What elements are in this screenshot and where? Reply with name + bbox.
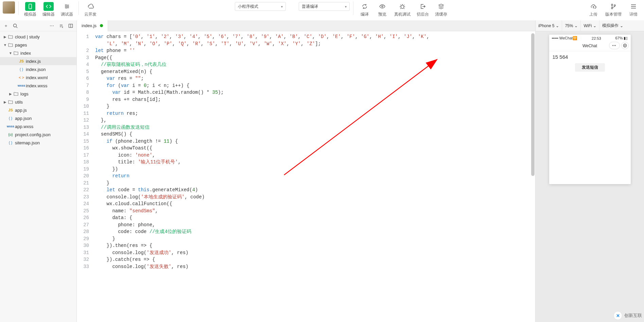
wifi-icon: 🛜 bbox=[573, 36, 577, 40]
file-row[interactable]: JSapp.js bbox=[0, 106, 76, 114]
svg-point-4 bbox=[66, 7, 67, 8]
code-source[interactable]: var chars = ['0', '1', '2', '3', '4', '5… bbox=[92, 31, 429, 322]
send-sms-button[interactable]: 发送短信 bbox=[575, 63, 605, 72]
svg-point-5 bbox=[382, 6, 383, 7]
tree-label: app.json bbox=[15, 116, 32, 121]
real-debug-button[interactable]: 真机调试 bbox=[392, 1, 413, 18]
sim-ops-select[interactable]: 模拟操作⌄ bbox=[599, 20, 626, 31]
tree-label: app.js bbox=[15, 108, 27, 113]
simulator-toolbar: iPhone 5⌄ 75%⌄ WiFi⌄ 模拟操作⌄ bbox=[536, 20, 644, 31]
collapse-icon[interactable] bbox=[57, 22, 65, 30]
tab-index-js[interactable]: index.js bbox=[77, 20, 108, 31]
phone-nav-header: WeChat ⋯ bbox=[549, 40, 631, 51]
tree-label: app.wxss bbox=[15, 124, 33, 129]
more-icon[interactable]: ⋯ bbox=[48, 22, 55, 30]
folder-icon bbox=[13, 92, 19, 96]
layers-icon bbox=[436, 2, 446, 11]
main-area: ＋ ⋯ ▶cloud | study▼pages▼indexJSindex.js… bbox=[0, 20, 644, 322]
code-editor: index.js 1234567891011121314151617181920… bbox=[77, 20, 535, 322]
file-row[interactable]: {o}project.config.json bbox=[0, 130, 76, 139]
compile-button[interactable]: 编译 bbox=[357, 1, 372, 18]
tree-label: logs bbox=[20, 91, 29, 96]
branch-icon bbox=[608, 2, 619, 11]
svg-point-1 bbox=[30, 8, 31, 8]
file-row[interactable]: wxssindex.wxss bbox=[0, 82, 76, 90]
file-row[interactable]: wxssapp.wxss bbox=[0, 122, 76, 130]
compile-select[interactable]: 普通编译▾ bbox=[299, 2, 350, 11]
phone-page-body: 15 564 发送短信 bbox=[549, 51, 631, 74]
scrollbar-thumb[interactable] bbox=[531, 33, 535, 176]
cloud-icon bbox=[85, 2, 95, 11]
twist-icon: ▶ bbox=[8, 92, 13, 96]
folder-row[interactable]: ▶logs bbox=[0, 90, 76, 98]
debugger-toggle-button[interactable]: 调试器 bbox=[59, 1, 75, 18]
tree-label: utils bbox=[15, 100, 23, 105]
search-icon[interactable] bbox=[12, 22, 19, 30]
cloud-dev-button[interactable]: 云开发 bbox=[82, 1, 99, 18]
file-row[interactable]: { }app.json bbox=[0, 114, 76, 122]
zoom-select[interactable]: 75%⌄ bbox=[562, 20, 581, 31]
twist-icon: ▼ bbox=[3, 43, 7, 47]
top-toolbar: 模拟器 编辑器 调试器 云开发 小程序模式▾ bbox=[0, 0, 644, 20]
folder-row[interactable]: ▶utils bbox=[0, 98, 76, 106]
phone-icon bbox=[25, 2, 35, 11]
menu-icon bbox=[628, 2, 639, 11]
svg-point-2 bbox=[65, 4, 66, 5]
watermark: ✕ 创新互联 bbox=[613, 311, 642, 320]
folder-icon bbox=[7, 35, 14, 39]
avatar[interactable] bbox=[3, 1, 15, 14]
chevron-down-icon: ⌄ bbox=[556, 23, 559, 28]
upload-button[interactable]: 上传 bbox=[586, 1, 601, 18]
network-select[interactable]: WiFi⌄ bbox=[581, 20, 599, 31]
folder-icon bbox=[7, 43, 14, 47]
app-root: 模拟器 编辑器 调试器 云开发 小程序模式▾ bbox=[0, 0, 644, 322]
preview-button[interactable]: 预览 bbox=[375, 1, 390, 18]
file-row[interactable]: < >index.wxml bbox=[0, 73, 76, 82]
tree-label: pages bbox=[15, 42, 27, 48]
code-area[interactable]: 1234567891011121314151617181920212223242… bbox=[77, 31, 535, 322]
tree-label: index.js bbox=[26, 59, 41, 64]
line-gutter: 1234567891011121314151617181920212223242… bbox=[77, 31, 92, 322]
details-button[interactable]: 详情 bbox=[626, 1, 641, 18]
svg-point-7 bbox=[611, 4, 613, 5]
phone-input-value[interactable]: 15 564 bbox=[553, 54, 627, 60]
capsule-close-button[interactable] bbox=[621, 42, 629, 49]
battery-icon: ▮▯ bbox=[624, 36, 628, 40]
mode-select[interactable]: 小程序模式▾ bbox=[235, 2, 286, 11]
editor-tabs: index.js bbox=[77, 20, 535, 31]
explorer-toolbar: ＋ ⋯ bbox=[0, 20, 76, 31]
folder-row[interactable]: ▼index bbox=[0, 49, 76, 57]
folder-icon bbox=[7, 100, 14, 104]
chevron-down-icon: ▾ bbox=[281, 5, 283, 8]
clear-cache-button[interactable]: 清缓存 bbox=[433, 1, 449, 18]
folder-icon bbox=[13, 51, 19, 55]
device-select[interactable]: iPhone 5⌄ bbox=[536, 20, 562, 31]
file-row[interactable]: { }index.json bbox=[0, 65, 76, 73]
sliders-icon bbox=[62, 2, 72, 11]
tree-label: index.json bbox=[26, 67, 46, 72]
svg-point-3 bbox=[67, 6, 68, 7]
tree-label: cloud | study bbox=[15, 34, 40, 39]
file-tree[interactable]: ▶cloud | study▼pages▼indexJSindex.js{ }i… bbox=[0, 31, 76, 322]
phone-status-bar: ••••• WeChat🛜 22:53 67% ▮▯ bbox=[549, 35, 631, 40]
version-button[interactable]: 版本管理 bbox=[603, 1, 624, 18]
add-icon[interactable]: ＋ bbox=[2, 22, 10, 30]
phone-time: 22:53 bbox=[592, 36, 601, 40]
folder-row[interactable]: ▶cloud | study bbox=[0, 33, 76, 41]
simulator-toggle-button[interactable]: 模拟器 bbox=[22, 1, 38, 18]
editor-toggle-button[interactable]: 编辑器 bbox=[40, 1, 57, 18]
background-button[interactable]: 切后台 bbox=[415, 1, 431, 18]
file-row[interactable]: JSindex.js bbox=[0, 57, 76, 65]
refresh-icon bbox=[360, 2, 370, 11]
code-icon bbox=[43, 2, 54, 11]
capsule-more-button[interactable]: ⋯ bbox=[609, 42, 620, 49]
tree-label: project.config.json bbox=[15, 132, 51, 137]
twist-icon: ▶ bbox=[3, 100, 7, 104]
file-row[interactable]: { }sitemap.json bbox=[0, 139, 76, 147]
folder-row[interactable]: ▼pages bbox=[0, 41, 76, 49]
split-icon[interactable] bbox=[67, 22, 74, 30]
svg-point-9 bbox=[614, 5, 615, 6]
svg-point-14 bbox=[624, 45, 625, 46]
phone-frame: ••••• WeChat🛜 22:53 67% ▮▯ WeChat ⋯ 15 5… bbox=[549, 35, 631, 184]
chevron-down-icon: ⌄ bbox=[620, 23, 623, 28]
